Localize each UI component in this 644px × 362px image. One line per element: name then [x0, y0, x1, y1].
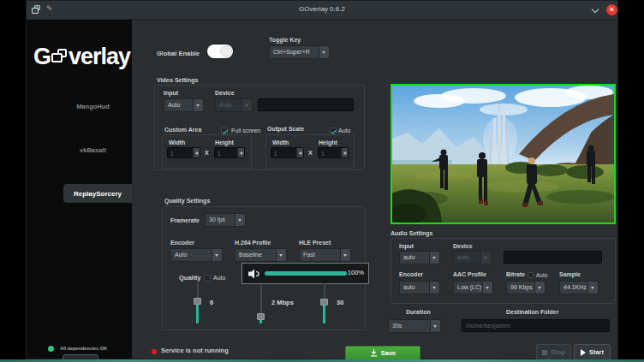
- titlebar: ✎ GOverlay 0.6.2 ×: [27, 1, 617, 20]
- volume-panel: 100%: [242, 263, 369, 284]
- audio-bitrate-select[interactable]: 96 Kbps: [506, 281, 546, 294]
- chevron-down-icon: [193, 99, 203, 111]
- chevron-down-icon: [242, 99, 252, 111]
- chevron-down-icon: [212, 249, 222, 261]
- custom-area-label: Custom Area: [164, 127, 201, 133]
- spinner-buttons[interactable]: [296, 148, 303, 157]
- chevron-down-icon: [430, 320, 440, 332]
- chevron-down-icon: [587, 282, 598, 294]
- stop-button[interactable]: Stop: [536, 344, 571, 360]
- chevron-down-icon[interactable]: [593, 7, 599, 13]
- spinner-buttons[interactable]: [237, 148, 244, 157]
- bitrate-auto-checkbox[interactable]: [528, 272, 534, 278]
- slider-handle[interactable]: [257, 313, 265, 320]
- spinner-buttons[interactable]: [341, 148, 348, 157]
- chevron-down-icon: [235, 214, 245, 226]
- slider-handle[interactable]: [320, 299, 328, 306]
- dependencies-ok-dot: [48, 346, 54, 352]
- video-device-path-input[interactable]: [258, 98, 354, 111]
- hle-preset-select[interactable]: Fast: [299, 248, 351, 262]
- full-screen-checkbox[interactable]: [221, 128, 228, 134]
- bitrate-auto-label: Auto: [536, 272, 547, 278]
- speaker-icon: [248, 269, 260, 279]
- audio-encoder-select[interactable]: auto: [399, 281, 440, 294]
- sidebar-item-replaysorcery[interactable]: ReplaySorcery: [63, 184, 132, 203]
- audio-settings-label: Audio Settings: [391, 230, 432, 236]
- slider-handle[interactable]: [194, 298, 201, 305]
- custom-width-label: Width: [169, 139, 185, 145]
- quality-auto-checkbox[interactable]: [204, 275, 211, 282]
- chevron-down-icon: [480, 252, 491, 264]
- dimension-separator: X: [308, 150, 313, 156]
- sidebar-item-mangohud[interactable]: MangoHud: [61, 103, 125, 110]
- dimension-separator: X: [205, 150, 209, 156]
- destination-folder-label: Destination Folder: [506, 309, 558, 315]
- close-button[interactable]: ×: [606, 4, 617, 15]
- video-settings-label: Video Settings: [157, 77, 199, 83]
- dependencies-status: All dependencies OK: [60, 346, 107, 351]
- aac-profile-select[interactable]: Low (LC): [453, 281, 493, 294]
- hle-preset-label: HLE Preset: [299, 240, 331, 246]
- audio-input-select[interactable]: auto: [399, 251, 440, 264]
- audio-device-select: auto: [453, 251, 492, 264]
- quality-auto-label: Auto: [213, 275, 225, 281]
- output-scale-label: Output Scale: [267, 126, 304, 132]
- audio-device-label: Device: [453, 243, 473, 249]
- framerate-select[interactable]: 30 fps: [205, 213, 246, 227]
- sample-select[interactable]: 44.1KHz: [559, 281, 599, 294]
- quality-max-slider[interactable]: [320, 283, 328, 323]
- service-status-text: Service is not running: [161, 347, 229, 354]
- spinner-buttons[interactable]: [193, 148, 200, 157]
- save-button[interactable]: Save: [345, 346, 420, 360]
- audio-input-label: Input: [399, 243, 414, 249]
- quality-min-slider[interactable]: [194, 283, 201, 323]
- quality-max-value: 30: [337, 299, 343, 306]
- sample-label: Sample: [559, 271, 581, 277]
- chevron-down-icon: [534, 282, 545, 294]
- chevron-down-icon: [429, 282, 439, 294]
- h264-profile-select[interactable]: Baseline: [235, 248, 287, 262]
- h264-profile-label: H.264 Profile: [235, 240, 271, 246]
- sidebar-item-vkbasalt[interactable]: vkBasalt: [61, 146, 125, 154]
- goverlay-window: ✎ GOverlay 0.6.2 × Gverlay MangoHud vkBa…: [26, 0, 618, 359]
- chevron-down-icon: [429, 252, 439, 264]
- video-input-select[interactable]: Auto: [164, 98, 204, 112]
- quality-label: Quality: [179, 274, 200, 282]
- encoder-label: Encoder: [170, 240, 194, 246]
- audio-device-path-input[interactable]: [504, 251, 602, 264]
- start-button[interactable]: Start: [574, 344, 611, 360]
- custom-height-spinner[interactable]: 1: [214, 147, 245, 158]
- destination-folder-input[interactable]: /home/benjamim: [462, 319, 610, 332]
- global-enable-label: Global Enable: [157, 50, 200, 57]
- stacked-windows-icon: [51, 49, 68, 64]
- game-preview-image: [391, 84, 616, 224]
- full-screen-label: Full screen: [231, 128, 260, 134]
- volume-value: 100%: [348, 269, 364, 276]
- encoder-select[interactable]: Auto: [170, 248, 223, 262]
- screenshot-stage: ✎ GOverlay 0.6.2 × Gverlay MangoHud vkBa…: [0, 0, 644, 362]
- service-status-dot: [152, 349, 157, 354]
- volume-slider[interactable]: [265, 271, 347, 276]
- framerate-label: Framerate: [170, 217, 200, 223]
- toggle-key-select[interactable]: Ctrl+Super+R: [269, 45, 330, 59]
- bitrate-label: Bitrate: [506, 271, 525, 277]
- app-logo: Gverlay: [33, 44, 130, 70]
- output-scale-auto-checkbox[interactable]: [330, 128, 337, 134]
- output-scale-auto-label: Auto: [338, 128, 350, 134]
- chevron-down-icon: [276, 249, 286, 261]
- toggle-knob: [220, 45, 232, 57]
- download-icon: [370, 349, 378, 357]
- scale-width-spinner[interactable]: 1: [271, 147, 304, 158]
- custom-width-spinner[interactable]: 1: [167, 147, 200, 158]
- bitrate-slider[interactable]: [257, 285, 265, 323]
- sidebar: Gverlay MangoHud vkBasalt ReplaySorcery …: [27, 20, 132, 359]
- play-icon: [581, 349, 586, 356]
- duration-select[interactable]: 30s: [388, 319, 441, 333]
- chevron-down-icon: [482, 282, 492, 294]
- audio-encoder-label: Encoder: [399, 271, 423, 277]
- global-enable-toggle[interactable]: [207, 45, 233, 58]
- scale-height-spinner[interactable]: 1: [318, 147, 349, 158]
- video-device-select: Auto: [215, 98, 253, 112]
- custom-height-label: Height: [215, 139, 234, 145]
- scale-width-label: Width: [272, 139, 289, 145]
